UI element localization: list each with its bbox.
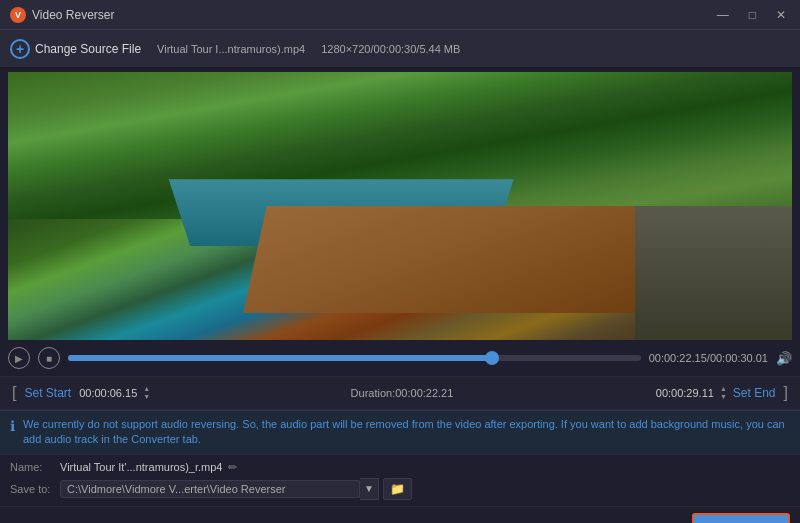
saveto-label: Save to: — [10, 483, 60, 495]
edit-name-icon[interactable]: ✏ — [228, 461, 237, 474]
saveto-path: C:\Vidmore\Vidmore V...erter\Video Rever… — [60, 480, 360, 498]
app-icon: V — [10, 7, 26, 23]
end-up-arrow[interactable]: ▲ — [720, 385, 727, 393]
trim-controls: [ Set Start 00:00:06.15 ▲ ▼ Duration:00:… — [0, 376, 800, 410]
duration-display: Duration:00:00:22.21 — [152, 387, 652, 399]
window-controls: — □ ✕ — [713, 6, 790, 24]
timeline-handle[interactable] — [485, 351, 499, 365]
saveto-folder-button[interactable]: 📁 — [383, 478, 412, 500]
name-label: Name: — [10, 461, 60, 473]
start-bracket: [ — [8, 384, 20, 402]
saveto-row: Save to: C:\Vidmore\Vidmore V...erter\Vi… — [10, 478, 790, 500]
end-down-arrow[interactable]: ▼ — [720, 393, 727, 401]
toolbar: + Change Source File Virtual Tour I...nt… — [0, 30, 800, 68]
timeline-fill — [68, 355, 492, 361]
info-bar: ℹ We currently do not support audio reve… — [0, 410, 800, 454]
total-time: 00:00:30.01 — [710, 352, 768, 364]
file-info: 1280×720/00:00:30/5.44 MB — [321, 43, 460, 55]
info-message: We currently do not support audio revers… — [23, 417, 790, 448]
playback-controls: ▶ ■ 00:00:22.15/00:00:30.01 🔊 — [0, 340, 800, 376]
video-wall-layer — [635, 206, 792, 340]
timeline[interactable] — [68, 355, 641, 361]
file-name: Virtual Tour I...ntramuros).mp4 — [157, 43, 305, 55]
saveto-dropdown[interactable]: ▼ — [360, 478, 379, 500]
set-end-button[interactable]: Set End — [729, 386, 780, 400]
change-source-label: Change Source File — [35, 42, 141, 56]
export-button[interactable]: Export — [692, 513, 790, 523]
start-time: 00:00:06.15 — [75, 387, 141, 399]
export-arrow-icon: → — [660, 517, 680, 523]
change-source-button[interactable]: + Change Source File — [10, 39, 141, 59]
export-section: → Export — [0, 506, 800, 523]
video-frame — [8, 72, 792, 340]
output-filename: Virtual Tour It'...ntramuros)_r.mp4 — [60, 461, 222, 473]
info-icon: ℹ — [10, 418, 15, 434]
close-button[interactable]: ✕ — [772, 6, 790, 24]
start-down-arrow[interactable]: ▼ — [143, 393, 150, 401]
set-start-button[interactable]: Set Start — [20, 386, 75, 400]
end-time-spinner[interactable]: ▲ ▼ — [720, 385, 727, 400]
start-up-arrow[interactable]: ▲ — [143, 385, 150, 393]
play-button[interactable]: ▶ — [8, 347, 30, 369]
app-title: Video Reverser — [32, 8, 713, 22]
end-time: 00:00:29.11 — [652, 387, 718, 399]
end-bracket: ] — [780, 384, 792, 402]
video-preview-area — [8, 72, 792, 340]
time-display: 00:00:22.15/00:00:30.01 — [649, 352, 768, 364]
current-time: 00:00:22.15 — [649, 352, 707, 364]
minimize-button[interactable]: — — [713, 6, 733, 24]
stop-button[interactable]: ■ — [38, 347, 60, 369]
maximize-button[interactable]: □ — [745, 6, 760, 24]
add-icon: + — [10, 39, 30, 59]
name-row: Name: Virtual Tour It'...ntramuros)_r.mp… — [10, 461, 790, 474]
start-time-spinner[interactable]: ▲ ▼ — [143, 385, 150, 400]
titlebar: V Video Reverser — □ ✕ — [0, 0, 800, 30]
output-section: Name: Virtual Tour It'...ntramuros)_r.mp… — [0, 454, 800, 506]
volume-icon[interactable]: 🔊 — [776, 351, 792, 366]
